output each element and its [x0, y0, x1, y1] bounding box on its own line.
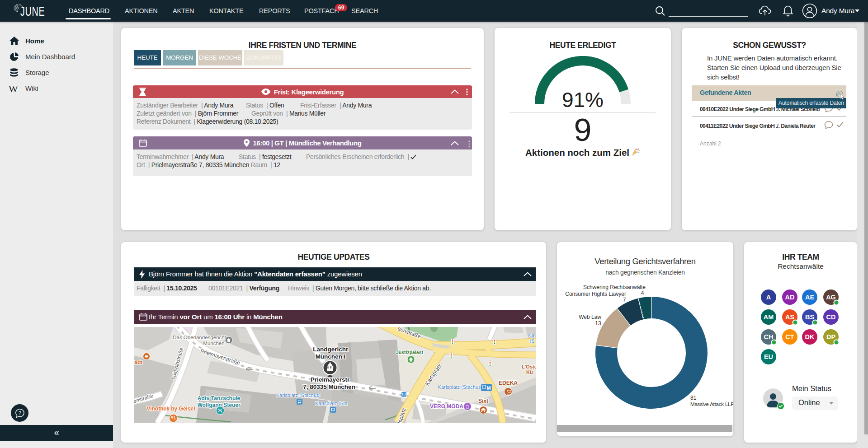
svg-text:Vinothek by Geisel: Vinothek by Geisel [146, 406, 195, 412]
svg-text:AG: AG [826, 294, 836, 301]
svg-text:Ka: Ka [528, 332, 534, 338]
svg-text:Adtv Tanzschule: Adtv Tanzschule [198, 395, 241, 401]
svg-text:EU: EU [764, 353, 773, 360]
svg-text:AM: AM [764, 313, 774, 321]
svg-text:AS: AS [785, 313, 794, 321]
svg-text:CH: CH [764, 333, 774, 341]
svg-text:CD: CD [826, 313, 836, 321]
svg-text:Landgericht: Landgericht [313, 346, 348, 353]
svg-text:13: 13 [595, 320, 601, 327]
svg-text:DP: DP [826, 333, 835, 341]
svg-text:L'Oste: L'Oste [522, 364, 536, 369]
svg-text:4: 4 [641, 290, 644, 296]
svg-text:Consumer Rights Lawyer: Consumer Rights Lawyer [565, 291, 626, 297]
svg-text:EDEKA: EDEKA [499, 380, 518, 386]
svg-text:Kü: Kü [526, 369, 533, 375]
svg-text:81: 81 [690, 395, 697, 401]
svg-text:Prielmayerstr: Prielmayerstr [311, 376, 350, 383]
svg-text:Karlsplatz (Stachus): Karlsplatz (Stachus) [438, 384, 482, 390]
svg-text:M: M [486, 385, 491, 391]
svg-text:7, 80335 München: 7, 80335 München [303, 383, 355, 390]
svg-text:AE: AE [805, 294, 814, 301]
svg-text:AD: AD [785, 294, 795, 301]
svg-text:Das Oberlandesgericht: Das Oberlandesgericht [173, 335, 226, 340]
svg-text:Schwering Rechtsanwälte: Schwering Rechtsanwälte [583, 284, 646, 290]
svg-text:München I: München I [316, 353, 346, 360]
svg-text:Munchen: Munchen [203, 341, 224, 346]
svg-text:BS: BS [805, 313, 814, 321]
svg-text:Justizpalast: Justizpalast [396, 350, 424, 355]
svg-text:Sixt: Sixt [478, 398, 488, 404]
svg-text:tadt: tadt [134, 359, 142, 365]
svg-text:Karlsplatz (Stachus): Karlsplatz (Stachus) [276, 392, 321, 398]
svg-text:Karlsplatz (Sta: Karlsplatz (Sta [315, 401, 348, 406]
svg-text:?: ? [19, 411, 21, 415]
svg-text:Massive Attack LLP: Massive Attack LLP [690, 401, 733, 407]
svg-text:CT: CT [785, 333, 794, 341]
svg-text:A: A [766, 294, 771, 301]
svg-text:Web Law: Web Law [579, 314, 601, 320]
svg-text:(S: (S [530, 338, 535, 344]
svg-text:7: 7 [623, 297, 626, 303]
svg-text:DK: DK [805, 333, 815, 341]
svg-text:VERO MODA: VERO MODA [430, 403, 463, 410]
